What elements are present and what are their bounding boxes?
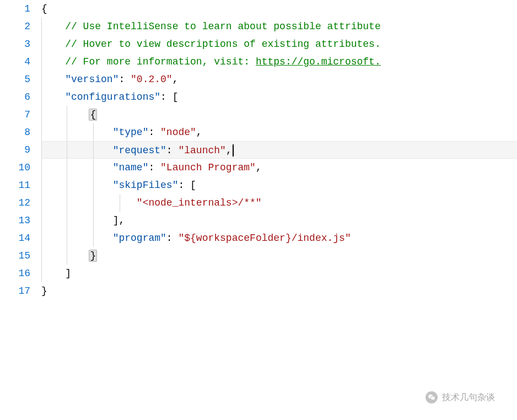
line-number: 11 [0, 176, 30, 194]
code-line[interactable]: { [41, 0, 517, 18]
code-line[interactable]: } [41, 282, 517, 300]
code-line[interactable]: { [41, 106, 517, 123]
code-line[interactable]: } [41, 247, 517, 265]
line-number: 2 [0, 18, 30, 35]
line-number: 8 [0, 123, 30, 141]
code-editor[interactable]: 1 2 3 4 5 6 7 8 9 10 11 12 13 14 15 16 1… [0, 0, 517, 420]
code-line[interactable]: "program": "${workspaceFolder}/index.js" [41, 229, 517, 247]
line-number: 17 [0, 282, 30, 300]
code-line[interactable]: // Hover to view descriptions of existin… [41, 35, 517, 53]
line-number: 3 [0, 35, 30, 53]
code-line[interactable]: "name": "Launch Program", [41, 159, 517, 176]
line-number: 5 [0, 71, 30, 88]
json-string: "0.2.0" [131, 74, 173, 85]
json-string: "launch" [178, 145, 225, 156]
line-number-gutter: 1 2 3 4 5 6 7 8 9 10 11 12 13 14 15 16 1… [0, 0, 41, 420]
json-property: "name" [113, 162, 149, 173]
brace-open-highlighted: { [89, 109, 97, 121]
json-property: "type" [113, 127, 149, 138]
code-line[interactable]: // For more information, visit: https://… [41, 53, 517, 71]
code-line[interactable]: "configurations": [ [41, 88, 517, 106]
code-line-active[interactable]: "request": "launch", [41, 141, 517, 159]
json-string: "node" [160, 127, 196, 138]
line-number: 13 [0, 212, 30, 229]
code-content[interactable]: { // Use IntelliSense to learn about pos… [41, 0, 517, 420]
json-string: "${workspaceFolder}/index.js" [178, 233, 351, 244]
line-number: 4 [0, 53, 30, 71]
json-property: "configurations" [65, 91, 160, 103]
watermark-text: 技术几句杂谈 [442, 392, 495, 403]
code-comment: // Hover to view descriptions of existin… [65, 39, 381, 50]
json-property: "version" [65, 74, 119, 85]
line-number: 15 [0, 247, 30, 265]
code-line[interactable]: ], [41, 212, 517, 229]
code-line[interactable]: "type": "node", [41, 123, 517, 141]
line-number: 7 [0, 106, 30, 123]
code-link[interactable]: https://go.microsoft. [256, 56, 381, 67]
line-number: 12 [0, 194, 30, 212]
code-line[interactable]: "<node_internals>/**" [41, 194, 517, 212]
json-string: "Launch Program" [160, 162, 256, 173]
code-comment: // Use IntelliSense to learn about possi… [65, 21, 381, 32]
line-number: 14 [0, 229, 30, 247]
line-number: 10 [0, 159, 30, 176]
line-number: 1 [0, 0, 30, 18]
json-property: "skipFiles" [113, 180, 179, 191]
json-property: "program" [113, 233, 166, 244]
wechat-icon [426, 391, 438, 403]
code-comment: // For more information, visit: [65, 56, 256, 67]
code-line[interactable]: "version": "0.2.0", [41, 71, 517, 88]
code-line[interactable]: // Use IntelliSense to learn about possi… [41, 18, 517, 35]
json-string: "<node_internals>/**" [137, 197, 262, 208]
brace-close-highlighted: } [89, 250, 97, 262]
code-line[interactable]: ] [41, 265, 517, 282]
line-number: 9 [0, 141, 30, 159]
json-property: "request" [113, 145, 166, 156]
watermark: 技术几句杂谈 [426, 391, 495, 403]
code-line[interactable]: "skipFiles": [ [41, 176, 517, 194]
line-number: 6 [0, 88, 30, 106]
line-number: 16 [0, 265, 30, 282]
text-cursor [233, 144, 234, 157]
